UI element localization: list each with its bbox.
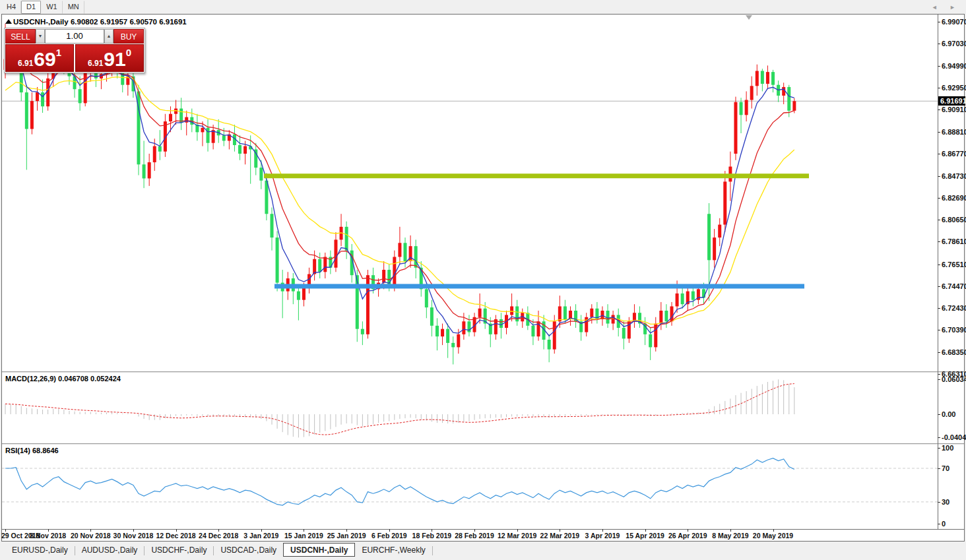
chart-tab-audusd-daily[interactable]: AUDUSD-,Daily bbox=[75, 544, 145, 556]
period-button-w1[interactable]: W1 bbox=[41, 1, 63, 14]
date-axis-label: 25 Jan 2019 bbox=[327, 532, 366, 540]
timeframe-toolbar: H4D1W1MN bbox=[0, 0, 966, 14]
date-axis-label: 30 Nov 2018 bbox=[113, 532, 154, 540]
price-axis-label: 6.94990 bbox=[942, 62, 966, 70]
date-axis-label: 24 Dec 2018 bbox=[199, 532, 238, 540]
buy-button[interactable]: BUY bbox=[113, 29, 144, 44]
macd-axis-label: 0.060342 bbox=[942, 375, 966, 383]
chart-tab-usdcad-daily[interactable]: USDCAD-,Daily bbox=[214, 544, 283, 556]
date-axis-label: 8 Nov 2018 bbox=[30, 532, 66, 540]
period-button-d1[interactable]: D1 bbox=[21, 1, 41, 14]
price-axis-label: 6.82690 bbox=[942, 194, 966, 202]
volume-decrease-button[interactable]: ▼ bbox=[36, 29, 45, 44]
price-axis-label: 6.70390 bbox=[942, 326, 966, 334]
date-axis-label: 6 Feb 2019 bbox=[371, 532, 407, 540]
tab-scroll-arrows[interactable]: ◄ ► bbox=[932, 4, 961, 11]
macd-axis-label: -0.040415 bbox=[942, 433, 966, 441]
price-axis-label: 6.86770 bbox=[942, 150, 966, 158]
price-axis-label: 6.84730 bbox=[942, 172, 966, 180]
price-axis-label: 6.76510 bbox=[942, 261, 966, 268]
bid-price-big: 69 bbox=[34, 50, 55, 69]
macd-label: MACD(12,26,9) 0.046708 0.052424 bbox=[5, 375, 121, 383]
chart-window bbox=[1, 14, 965, 542]
rsi-label: RSI(14) 68.8646 bbox=[5, 447, 59, 454]
price-axis-label: 6.92950 bbox=[942, 84, 966, 92]
current-price-tag: 6.91691 bbox=[938, 96, 965, 106]
pane-splitter-rsi[interactable] bbox=[2, 443, 964, 445]
period-button-h4[interactable]: H4 bbox=[1, 1, 21, 14]
pane-splitter-macd[interactable] bbox=[2, 371, 964, 373]
volume-input[interactable]: 1.00 bbox=[45, 29, 104, 44]
price-axis-label: 6.78610 bbox=[942, 237, 966, 245]
symbol-ohlc-header: USDCNH-,Daily 6.90802 6.91957 6.90570 6.… bbox=[13, 18, 187, 26]
chart-tab-eurusd-daily[interactable]: EURUSD-,Daily bbox=[5, 544, 75, 556]
ask-price-sup: 0 bbox=[126, 49, 131, 57]
bid-price-sup: 1 bbox=[56, 49, 61, 57]
date-axis-label: 20 May 2019 bbox=[753, 532, 793, 540]
price-axis-label: 6.99070 bbox=[942, 18, 966, 26]
price-axis-label: 6.88810 bbox=[942, 128, 966, 136]
chart-shift-marker-icon[interactable] bbox=[746, 15, 752, 20]
mt4-terminal: H4D1W1MN USDCNH-,Daily 6.90802 6.91957 6… bbox=[0, 0, 966, 560]
date-axis-label: 12 Mar 2019 bbox=[498, 532, 537, 540]
rsi-axis-label: 30 bbox=[942, 498, 950, 506]
price-axis-label: 6.80650 bbox=[942, 216, 966, 224]
date-axis-label: 26 Apr 2019 bbox=[668, 532, 707, 540]
price-axis-separator bbox=[938, 15, 938, 529]
rsi-axis-label: 70 bbox=[942, 464, 950, 472]
volume-increase-button[interactable]: ▲ bbox=[104, 29, 113, 44]
bid-price-button[interactable]: 6.91 69 1 bbox=[5, 44, 74, 72]
price-axis-label: 6.74470 bbox=[942, 282, 966, 290]
chart-tab-bar: EURUSD-,DailyAUDUSD-,DailyUSDCHF-,DailyU… bbox=[0, 542, 966, 560]
chart-tab-usdchf-daily[interactable]: USDCHF-,Daily bbox=[145, 544, 213, 556]
ask-price-prefix: 6.91 bbox=[88, 58, 103, 69]
one-click-trading-panel: SELL ▼ 1.00 ▲ BUY 6.91 69 1 6.91 91 0 bbox=[4, 28, 145, 73]
date-axis-label: 28 Feb 2019 bbox=[455, 532, 494, 540]
date-axis-separator bbox=[2, 529, 964, 530]
rsi-axis-label: 0 bbox=[942, 520, 946, 528]
chart-tab-eurchf-weekly[interactable]: EURCHF-,Weekly bbox=[355, 544, 432, 556]
date-axis-label: 22 Mar 2019 bbox=[540, 532, 580, 540]
price-axis-label: 6.68350 bbox=[942, 348, 966, 356]
price-axis-label: 6.72430 bbox=[942, 304, 966, 312]
date-axis-label: 15 Apr 2019 bbox=[626, 532, 664, 540]
date-axis-label: 18 Feb 2019 bbox=[412, 532, 452, 540]
date-axis-label: 3 Apr 2019 bbox=[585, 532, 620, 540]
price-axis-label: 6.90910 bbox=[942, 106, 966, 113]
macd-axis-label: 0.00 bbox=[942, 410, 955, 418]
date-axis-label: 20 Nov 2018 bbox=[71, 532, 111, 540]
tab-separator bbox=[432, 546, 433, 555]
sell-button[interactable]: SELL bbox=[5, 29, 36, 44]
date-axis-label: 15 Jan 2019 bbox=[284, 532, 323, 540]
date-axis-label: 12 Dec 2018 bbox=[156, 532, 195, 540]
ask-price-big: 91 bbox=[104, 50, 125, 69]
price-axis-label: 6.97030 bbox=[942, 40, 966, 47]
panel-collapse-icon[interactable] bbox=[5, 19, 12, 24]
date-axis-label: 8 May 2019 bbox=[712, 532, 748, 540]
ask-price-button[interactable]: 6.91 91 0 bbox=[75, 44, 144, 72]
bid-price-prefix: 6.91 bbox=[18, 58, 33, 69]
chart-tab-usdcnh-daily[interactable]: USDCNH-,Daily bbox=[283, 543, 355, 557]
rsi-axis-label: 100 bbox=[942, 444, 953, 452]
date-axis-label: 3 Jan 2019 bbox=[243, 532, 278, 540]
period-button-mn[interactable]: MN bbox=[63, 1, 84, 14]
